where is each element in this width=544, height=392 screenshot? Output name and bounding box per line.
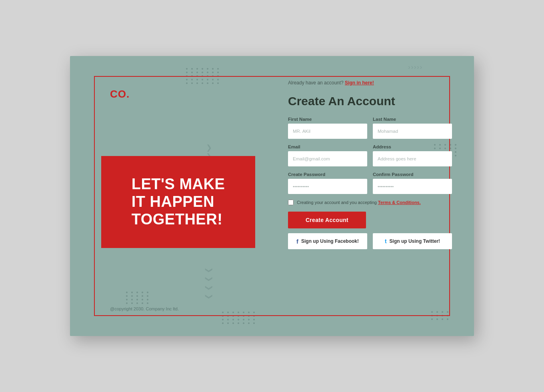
last-name-input[interactable] [373,124,452,139]
create-password-label: Create Password [288,172,367,177]
hero-text: LET'S MAKE IT HAPPEN TOGETHER! [132,176,225,228]
dots-top-center [186,68,220,84]
hero-box: LET'S MAKE IT HAPPEN TOGETHER! [101,156,255,248]
create-password-input[interactable] [288,179,367,194]
password-row: Create Password Confirm Password [288,172,452,194]
already-account-text: Already have an account? [288,80,344,86]
facebook-signup-button[interactable]: f Sign up Using Facebook! [288,233,367,249]
sign-in-link[interactable]: Sign in here! [345,80,374,86]
address-label: Address [373,144,452,149]
confirm-password-label: Confirm Password [373,172,452,177]
last-name-label: Last Name [373,117,452,122]
dots-bottom-center [222,312,256,324]
first-name-label: First Name [288,117,367,122]
terms-text: Creating your account and you accepting … [297,200,421,205]
last-name-group: Last Name [373,117,452,139]
card-wrapper: › › › › › ❯ ❯ ❯ ❯ ❯ ❯ ❯ CO. LET'S MAKE I… [70,56,474,336]
confirm-password-group: Confirm Password [373,172,452,194]
already-account-row: Already have an account? Sign in here! [288,80,452,86]
chevrons-bottom: ❯ ❯ ❯ ❯ [206,266,212,300]
logo: CO. [110,88,130,100]
facebook-icon: f [296,238,298,245]
first-name-input[interactable] [288,124,367,139]
address-group: Address [373,144,452,166]
create-account-button[interactable]: Create Account [288,212,366,228]
twitter-icon: t [385,238,387,244]
twitter-signup-button[interactable]: t Sign up Using Twitter! [373,233,452,249]
first-name-group: First Name [288,117,367,139]
name-row: First Name Last Name [288,117,452,139]
address-input[interactable] [373,151,452,166]
create-password-group: Create Password [288,172,367,194]
terms-link[interactable]: Terms & Conditions. [378,200,421,205]
email-label: Email [288,144,367,149]
email-group: Email [288,144,367,166]
terms-row: Creating your account and you accepting … [288,200,452,205]
logo-text: CO. [110,88,130,100]
terms-checkbox[interactable] [288,200,294,205]
social-row: f Sign up Using Facebook! t Sign up Usin… [288,233,452,249]
email-address-row: Email Address [288,144,452,166]
confirm-password-input[interactable] [373,179,452,194]
form-panel: Already have an account? Sign in here! C… [266,56,474,336]
copyright: @copyright 2030. Company Inc ltd. [110,306,179,311]
form-title: Create An Account [288,94,452,108]
dots-bottom-left [126,292,150,304]
email-input[interactable] [288,151,367,166]
